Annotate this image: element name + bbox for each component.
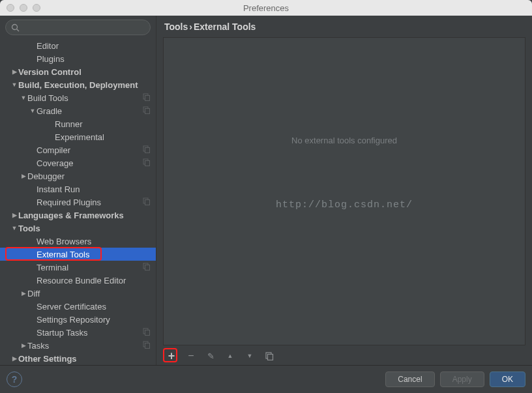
- tree-item-label: Coverage: [37, 158, 73, 168]
- svg-rect-7: [145, 148, 150, 153]
- svg-rect-19: [268, 355, 273, 360]
- tree-item-label: Required Plugins: [37, 197, 101, 207]
- tree-item[interactable]: Startup Tasks: [0, 326, 156, 339]
- tree-item-label: Startup Tasks: [37, 328, 88, 338]
- svg-point-0: [12, 24, 18, 29]
- tree-item[interactable]: ▶Languages & Frameworks: [0, 209, 156, 222]
- tree-item-label: Instant Run: [37, 184, 80, 194]
- expand-arrow-icon[interactable]: ▼: [10, 225, 18, 231]
- tree-item-label: Gradle: [37, 106, 62, 116]
- tree-item-label: Resource Bundle Editor: [37, 276, 126, 285]
- tree-item[interactable]: ▼Tools: [0, 222, 156, 235]
- dialog-footer: ? Cancel Apply OK: [0, 365, 532, 393]
- tree-item-label: Diff: [27, 289, 40, 298]
- tree-item[interactable]: ▼Build, Execution, Deployment: [0, 78, 156, 91]
- search-field[interactable]: [5, 20, 151, 35]
- per-project-icon: [143, 341, 151, 349]
- tree-item-label: Build Tools: [27, 93, 68, 103]
- per-project-icon: [143, 158, 151, 166]
- expand-arrow-icon[interactable]: ▶: [20, 290, 27, 297]
- list-toolbar: + − ✎ ▲ ▼: [163, 347, 525, 365]
- per-project-icon: [143, 197, 151, 205]
- svg-rect-17: [145, 343, 150, 349]
- breadcrumb-section: Tools: [164, 22, 188, 32]
- svg-rect-9: [145, 161, 150, 166]
- svg-line-1: [17, 29, 20, 31]
- breadcrumb-separator: ›: [189, 22, 192, 32]
- expand-arrow-icon[interactable]: ▶: [10, 212, 18, 218]
- tree-item[interactable]: Terminal: [0, 261, 156, 274]
- svg-rect-5: [145, 109, 150, 114]
- empty-message: No external tools configured: [291, 136, 397, 145]
- expand-arrow-icon[interactable]: ▼: [10, 81, 18, 88]
- per-project-icon: [143, 263, 151, 270]
- tree-item[interactable]: Experimental: [0, 130, 156, 143]
- per-project-icon: [143, 93, 151, 101]
- tree-item[interactable]: Instant Run: [0, 182, 156, 196]
- tree-item[interactable]: Coverage: [0, 156, 156, 169]
- edit-button[interactable]: ✎: [205, 350, 216, 362]
- help-button[interactable]: ?: [7, 371, 22, 387]
- tree-item[interactable]: ▼Build Tools: [0, 91, 156, 104]
- tree-item-label: Other Settings: [18, 354, 77, 364]
- tree-item-label: Editor: [37, 41, 59, 51]
- tree-item[interactable]: ▶Debugger: [0, 169, 156, 182]
- expand-arrow-icon[interactable]: ▼: [29, 108, 37, 114]
- tree-item-label: Server Certificates: [37, 302, 106, 312]
- expand-arrow-icon[interactable]: ▼: [20, 95, 27, 101]
- tree-item[interactable]: Server Certificates: [0, 300, 156, 313]
- tree-item-label: Tasks: [27, 341, 49, 351]
- tree-item[interactable]: Web Browsers: [0, 235, 156, 248]
- search-icon: [11, 23, 20, 32]
- svg-rect-11: [145, 200, 150, 205]
- ok-button[interactable]: OK: [490, 371, 525, 387]
- watermark-text: http://blog.csdn.net/: [164, 199, 525, 211]
- svg-rect-15: [145, 330, 150, 336]
- move-up-button[interactable]: ▲: [224, 350, 236, 362]
- add-button[interactable]: +: [166, 350, 177, 362]
- tree-item[interactable]: ▶Diff: [0, 287, 156, 300]
- tree-item[interactable]: ▶Tasks: [0, 339, 156, 352]
- cancel-button[interactable]: Cancel: [385, 371, 434, 387]
- tree-item-label: Version Control: [18, 67, 81, 77]
- per-project-icon: [143, 328, 151, 336]
- expand-arrow-icon[interactable]: ▶: [20, 173, 27, 179]
- tree-item-label: Debugger: [27, 171, 65, 181]
- copy-button[interactable]: [263, 350, 275, 362]
- tree-item[interactable]: Required Plugins: [0, 196, 156, 209]
- expand-arrow-icon[interactable]: ▶: [20, 342, 27, 349]
- expand-arrow-icon[interactable]: ▶: [10, 68, 18, 75]
- tree-item-label: Runner: [55, 119, 83, 129]
- move-down-button[interactable]: ▼: [244, 350, 256, 362]
- breadcrumb-page: External Tools: [194, 22, 256, 32]
- tree-item[interactable]: Runner: [0, 117, 156, 130]
- main-panel: Tools › External Tools No external tools…: [156, 16, 532, 365]
- window-title: Preferences: [0, 3, 532, 13]
- tree-item-label: Experimental: [55, 132, 104, 142]
- tree-item[interactable]: Plugins: [0, 52, 156, 65]
- per-project-icon: [143, 106, 151, 114]
- tree-item[interactable]: Compiler: [0, 143, 156, 156]
- tree-item[interactable]: Resource Bundle Editor: [0, 274, 156, 287]
- tree-item-label: Tools: [18, 224, 40, 233]
- expand-arrow-icon[interactable]: ▶: [10, 355, 18, 362]
- tree-item[interactable]: External Tools: [0, 248, 156, 261]
- tree-item-label: Settings Repository: [37, 315, 110, 325]
- tree-item[interactable]: ▶Other Settings: [0, 352, 156, 365]
- tree-item-label: Build, Execution, Deployment: [18, 80, 138, 90]
- tree-item-label: Compiler: [37, 145, 70, 155]
- remove-button[interactable]: −: [185, 350, 197, 362]
- per-project-icon: [143, 145, 151, 153]
- tree-item-label: Languages & Frameworks: [18, 211, 124, 220]
- tree-item[interactable]: ▼Gradle: [0, 104, 156, 117]
- tree-item[interactable]: ▶Version Control: [0, 65, 156, 78]
- tree-item-label: External Tools: [37, 250, 89, 259]
- tree-item[interactable]: Settings Repository: [0, 313, 156, 326]
- search-input[interactable]: [22, 23, 145, 32]
- svg-rect-13: [145, 265, 150, 270]
- tree-item-label: Web Browsers: [37, 237, 91, 246]
- tree-item[interactable]: Editor: [0, 39, 156, 52]
- external-tools-list: No external tools configured http://blog…: [163, 37, 525, 345]
- breadcrumb: Tools › External Tools: [156, 16, 532, 37]
- tree-item-label: Terminal: [37, 263, 68, 272]
